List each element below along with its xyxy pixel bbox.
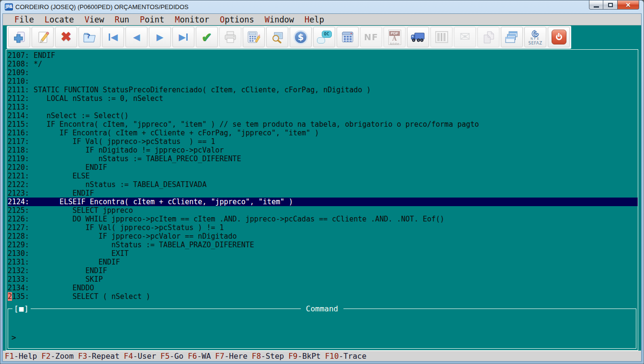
code-line[interactable]: 2132: ENDIF	[8, 266, 638, 275]
code-line[interactable]: 2117: IF Val( jppreco->pcStatus ) == 1	[8, 137, 638, 146]
new-record-button[interactable]	[8, 27, 30, 47]
fkey-label: F7	[215, 352, 224, 361]
code-line[interactable]: 2118: IF nDigitado != jppreco->pcValor	[8, 146, 638, 154]
previous-record-button[interactable]: ◀	[125, 27, 147, 47]
edit-record-button[interactable]	[32, 27, 54, 47]
code-line[interactable]: 2128: IF jppreco->pcValor == nDigitado	[8, 232, 638, 241]
code-line[interactable]: 2131: ENDIF	[8, 258, 638, 266]
code-text: ENDIF	[29, 189, 94, 198]
command-close-box[interactable]: [■]	[12, 304, 31, 313]
nf-button[interactable]: NF	[360, 27, 382, 47]
code-text: ENDIF	[29, 258, 120, 266]
power-off-button[interactable]	[548, 27, 570, 47]
menu-help[interactable]: Help	[299, 15, 329, 24]
copy-button[interactable]	[477, 27, 499, 47]
fkey-f8-step: F8-Step	[252, 352, 284, 361]
code-line[interactable]: 2129: nStatus := TABELA_PRAZO_DIFERENTE	[8, 241, 638, 249]
code-line[interactable]: 2125: SELECT jppreco	[8, 206, 638, 215]
code-line[interactable]: 2120: ENDIF	[8, 163, 638, 172]
code-line[interactable]: 2133: SKIP	[8, 275, 638, 284]
code-text: IF nDigitado != jppreco->pcValor	[29, 146, 224, 154]
next-record-button[interactable]: ▶	[149, 27, 171, 47]
menu-hotkey-letter: W	[265, 15, 270, 24]
line-number: 2126:	[8, 215, 29, 223]
code-line[interactable]: 2121: ELSE	[8, 172, 638, 180]
code-line[interactable]: 2123: ENDIF	[8, 189, 638, 198]
fkey-f1-help: F1-Help	[5, 352, 37, 361]
close-button[interactable]: ✕	[617, 0, 639, 10]
code-text: ELSE	[29, 172, 90, 180]
edit-record-icon	[35, 30, 50, 44]
code-text: IF jppreco->pcValor == nDigitado	[29, 232, 237, 241]
code-line[interactable]: 2122: nStatus := TABELA_DESATIVADA	[8, 180, 638, 189]
code-line[interactable]: 2119: nStatus := TABELA_PRECO_DIFERENTE	[8, 154, 638, 163]
code-line[interactable]: 2135: SELECT ( nSelect )	[8, 292, 638, 301]
fkey-f3-repeat: F3-Repeat	[78, 352, 120, 361]
code-text: nSelect := Select()	[29, 111, 129, 120]
line-number: 2123:	[8, 189, 29, 198]
code-line[interactable]: 2112: LOCAL nStatus := 0, nSelect	[8, 94, 638, 103]
line-number: 2132:	[8, 266, 29, 275]
code-line[interactable]: 2114: nSelect := Select()	[8, 111, 638, 120]
code-line[interactable]: 2111: STATIC FUNCTION StatusPrecoDiferen…	[8, 86, 638, 94]
line-number: 2110:	[8, 77, 29, 86]
barcode-icon	[435, 31, 448, 43]
code-line[interactable]: 2126: DO WHILE jppreco->pcItem == cItem …	[8, 215, 638, 223]
menu-locate[interactable]: Locate	[39, 15, 79, 24]
menu-view[interactable]: View	[79, 15, 109, 24]
preview-search-button[interactable]	[266, 27, 288, 47]
menu-options[interactable]: Options	[215, 15, 260, 24]
menu-monitor[interactable]: Monitor	[169, 15, 215, 24]
code-view: 2107: ENDIF2108: */2109: 2110: 2111: STA…	[6, 50, 638, 301]
maximize-button[interactable]	[603, 0, 617, 10]
code-line[interactable]: 2108: */	[8, 60, 638, 68]
currency-button[interactable]: $	[290, 27, 312, 47]
menu-window[interactable]: Window	[260, 15, 299, 24]
menu-point[interactable]: Point	[135, 15, 169, 24]
last-record-icon: ▶	[179, 33, 188, 42]
code-line[interactable]: 2115: IF Encontra( cItem, "jppreco", "it…	[8, 120, 638, 129]
minimize-button[interactable]	[589, 0, 603, 10]
code-text: */	[29, 60, 42, 68]
mail-button[interactable]: ✉	[454, 27, 476, 47]
code-line[interactable]: 2109:	[8, 68, 638, 77]
code-line[interactable]: 2110:	[8, 77, 638, 86]
pdf-export-button[interactable]: PDFAAdobe	[384, 27, 406, 47]
oc-chat-button[interactable]: OC	[313, 27, 335, 47]
fkey-label: F8	[252, 352, 261, 361]
truck-delivery-button[interactable]	[407, 27, 429, 47]
menu-run[interactable]: Run	[109, 15, 135, 24]
barcode-button[interactable]	[430, 27, 452, 47]
confirm-button[interactable]: ✔	[196, 27, 218, 47]
code-line[interactable]: 2127: IF Val( jppreco->pcStatus ) != 1	[8, 223, 638, 232]
first-record-button[interactable]: ◀	[102, 27, 124, 47]
toolbar: ✖?◀◀▶▶✔$OCNFPDFAAdobe✉NFESEFAZ	[3, 25, 641, 49]
code-line[interactable]: 2113:	[8, 103, 638, 111]
code-line[interactable]: 2116: IF Encontra( cItem + cCliente + cF…	[8, 129, 638, 137]
calculator-button[interactable]	[243, 27, 265, 47]
print-button[interactable]	[219, 27, 241, 47]
delete-record-button[interactable]: ✖	[55, 27, 77, 47]
menu-file[interactable]: File	[9, 15, 39, 24]
last-record-button[interactable]: ▶	[172, 27, 194, 47]
code-line[interactable]: 2130: EXIT	[8, 249, 638, 258]
schedule-grid-button[interactable]	[337, 27, 359, 47]
nfe-sefaz-button[interactable]: NFESEFAZ	[524, 27, 546, 47]
schedule-grid-icon	[340, 30, 355, 44]
code-line-current[interactable]: 2124: ELSEIF Encontra( cItem + cCliente,…	[8, 198, 638, 206]
calculator-icon	[247, 30, 261, 44]
search-open-button[interactable]: ?	[79, 27, 101, 47]
code-text: nStatus := TABELA_DESATIVADA	[29, 180, 206, 189]
code-text: ENDDO	[29, 284, 94, 292]
fkey-label: F10	[325, 352, 339, 361]
maximize-icon	[608, 3, 613, 7]
command-window[interactable]: [■] Command >	[8, 309, 636, 349]
nf-icon: NF	[364, 33, 378, 42]
cascade-windows-button[interactable]	[501, 27, 523, 47]
menu-hotkey-letter: P	[140, 15, 145, 24]
code-line[interactable]: 2134: ENDDO	[8, 284, 638, 292]
window-controls: ✕	[589, 0, 639, 10]
code-line[interactable]: 2107: ENDIF	[8, 51, 638, 60]
app-window: JPA CORDEIRO (JOSEQ) (P0600PED) ORÇAMENT…	[0, 0, 644, 364]
status-bar: F1-HelpF2-ZoomF3-RepeatF4-UserF5-GoF6-WA…	[3, 351, 641, 361]
